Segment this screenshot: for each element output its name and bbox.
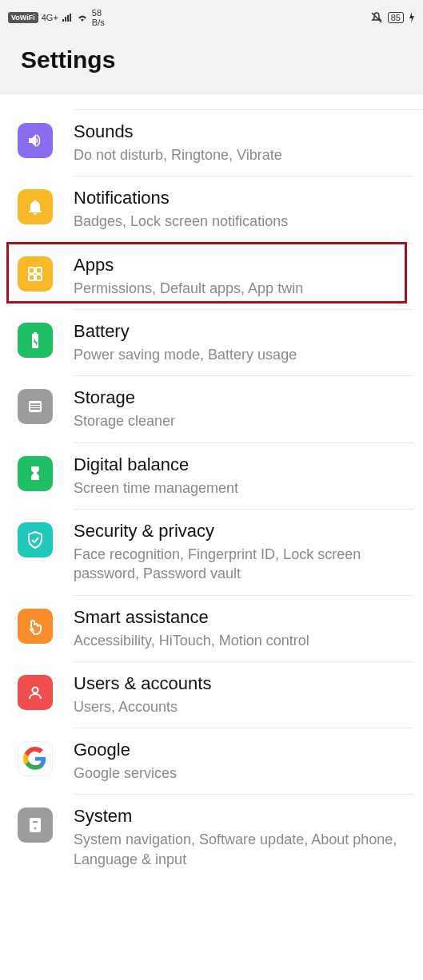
digital-balance-icon [18,456,53,491]
item-subtitle: Badges, Lock screen notifications [74,212,413,231]
settings-item-google[interactable]: Google Google services [0,728,423,795]
status-left: VoWiFi 4G+ 58 B/s [8,8,105,27]
item-title: Apps [74,255,413,276]
system-icon [18,807,53,843]
security-icon [18,522,53,557]
settings-item-digital-balance[interactable]: Digital balance Screen time management [0,443,423,510]
svg-rect-9 [30,818,41,832]
item-subtitle: Users, Accounts [74,697,413,716]
notifications-icon [18,189,53,224]
status-right: 85 [370,11,415,24]
settings-item-storage[interactable]: Storage Storage cleaner [0,376,423,442]
smart-assistance-icon [18,609,53,644]
svg-rect-1 [36,268,42,273]
item-subtitle: Power saving mode, Battery usage [74,345,413,364]
item-title: Smart assistance [74,607,413,628]
settings-item-security[interactable]: Security & privacy Face recognition, Fin… [0,510,423,596]
previous-item-cutoff [74,94,423,110]
status-bar: VoWiFi 4G+ 58 B/s 85 [0,0,423,32]
charging-icon [409,12,415,23]
speed-unit: B/s [92,18,105,27]
item-title: Battery [74,321,413,342]
item-subtitle: Do not disturb, Ringtone, Vibrate [74,145,413,165]
item-subtitle: Face recognition, Fingerprint ID, Lock s… [74,545,413,584]
svg-rect-2 [29,275,34,280]
settings-list: Sounds Do not disturb, Ringtone, Vibrate… [0,94,423,880]
storage-icon [18,389,53,424]
svg-rect-7 [30,408,40,410]
item-subtitle: System navigation, Software update, Abou… [74,830,413,869]
apps-icon [18,256,53,292]
svg-rect-10 [33,821,38,823]
settings-item-notifications[interactable]: Notifications Badges, Lock screen notifi… [0,177,423,243]
item-title: System [74,806,413,827]
svg-point-11 [34,827,37,830]
settings-item-users-accounts[interactable]: Users & accounts Users, Accounts [0,662,423,728]
item-title: Digital balance [74,454,413,475]
battery-icon [18,323,53,358]
item-subtitle: Permissions, Default apps, App twin [74,279,413,298]
battery-indicator: 85 [388,12,404,23]
item-title: Sounds [74,121,413,142]
svg-rect-3 [36,275,42,280]
settings-item-system[interactable]: System System navigation, Software updat… [0,795,423,880]
network-speed: 58 B/s [92,8,105,27]
item-subtitle: Google services [74,764,413,783]
settings-item-sounds[interactable]: Sounds Do not disturb, Ringtone, Vibrate [0,110,423,177]
header: VoWiFi 4G+ 58 B/s 85 Settings [0,0,423,94]
item-title: Storage [74,387,413,408]
svg-rect-5 [30,403,40,405]
users-accounts-icon [18,675,53,710]
item-title: Users & accounts [74,673,413,694]
wifi-icon [76,13,89,22]
item-title: Security & privacy [74,521,413,542]
svg-rect-6 [30,406,40,407]
svg-rect-0 [29,268,34,273]
item-subtitle: Storage cleaner [74,411,413,430]
settings-item-battery[interactable]: Battery Power saving mode, Battery usage [0,310,423,376]
item-title: Google [74,740,413,760]
item-subtitle: Accessibility, HiTouch, Motion control [74,631,413,650]
svg-point-8 [33,687,38,692]
page-title: Settings [0,32,423,88]
google-icon [18,741,53,776]
network-indicator: 4G+ [42,14,58,22]
vowifi-badge: VoWiFi [8,12,38,23]
item-subtitle: Screen time management [74,478,413,498]
signal-icon [62,13,73,22]
settings-item-apps[interactable]: Apps Permissions, Default apps, App twin [0,244,423,310]
sounds-icon [18,123,53,158]
mute-icon [370,11,383,24]
item-title: Notifications [74,188,413,208]
speed-value: 58 [92,8,105,18]
settings-item-smart-assistance[interactable]: Smart assistance Accessibility, HiTouch,… [0,596,423,662]
